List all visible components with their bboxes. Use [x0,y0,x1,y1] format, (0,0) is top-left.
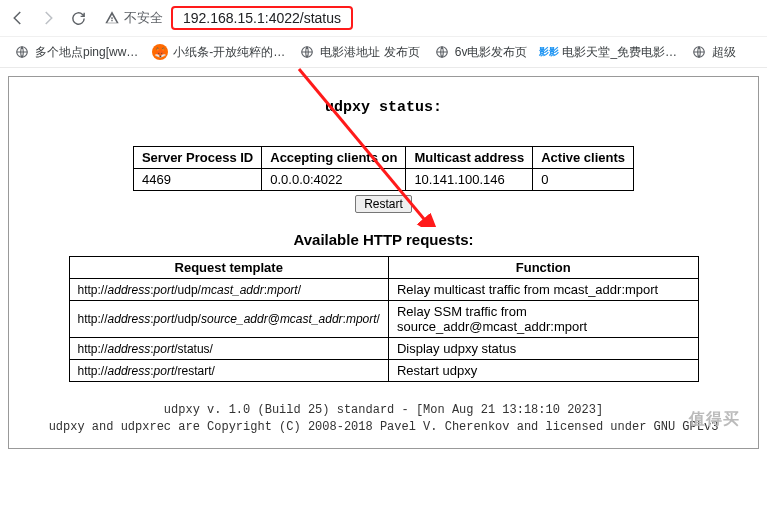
table-row: http://address:port/udp/source_addr@mcas… [69,301,698,338]
reload-button[interactable] [68,8,88,28]
cell-mcast: 10.141.100.146 [406,169,533,191]
bookmarks-bar: 多个地点ping[ww… 🦊小纸条-开放纯粹的… 电影港地址 发布页 6v电影发… [0,36,767,68]
bookmark-item[interactable]: 🦊小纸条-开放纯粹的… [152,44,285,61]
bookmark-label: 超级 [712,44,736,61]
globe-icon [299,44,315,60]
bookmark-item[interactable]: 多个地点ping[ww… [14,44,138,61]
globe-icon [14,44,30,60]
request-function: Relay SSM traffic from source_addr@mcast… [388,301,698,338]
insecure-indicator[interactable]: 不安全 [104,9,163,27]
bookmark-label: 电影港地址 发布页 [320,44,419,61]
http-requests-table: Request template Function http://address… [69,256,699,382]
cell-pid: 4469 [133,169,261,191]
http-requests-title: Available HTTP requests: [19,231,748,248]
bookmark-label: 小纸条-开放纯粹的… [173,44,285,61]
back-button[interactable] [8,8,28,28]
fox-icon: 🦊 [152,44,168,60]
footer: udpxy v. 1.0 (Build 25) standard - [Mon … [19,402,748,436]
col-header: Function [388,257,698,279]
bookmark-item[interactable]: 影影电影天堂_免费电影… [541,44,677,61]
table-row: 4469 0.0.0.0:4022 10.141.100.146 0 [133,169,633,191]
footer-copyright: udpxy and udpxrec are Copyright (C) 2008… [19,419,748,436]
status-table: Server Process ID Accepting clients on M… [133,146,634,191]
table-row: http://address:port/status/Display udpxy… [69,338,698,360]
insecure-label: 不安全 [124,9,163,27]
restart-wrap [19,195,748,213]
table-row: http://address:port/restart/Restart udpx… [69,360,698,382]
col-header: Active clients [533,147,634,169]
footer-version: udpxy v. 1.0 (Build 25) standard - [Mon … [19,402,748,419]
col-header: Multicast address [406,147,533,169]
request-function: Restart udpxy [388,360,698,382]
bookmark-label: 电影天堂_免费电影… [562,44,677,61]
bookmark-item[interactable]: 超级 [691,44,736,61]
bookmark-label: 多个地点ping[ww… [35,44,138,61]
globe-icon [434,44,450,60]
col-header: Accepting clients on [262,147,406,169]
forward-button[interactable] [38,8,58,28]
address-bar[interactable]: 不安全 192.168.15.1:4022/status [104,4,759,32]
browser-toolbar: 不安全 192.168.15.1:4022/status [0,0,767,36]
bookmark-item[interactable]: 电影港地址 发布页 [299,44,419,61]
request-template: http://address:port/status/ [69,338,388,360]
watermark: 值得买 [689,409,740,430]
status-title: udpxy status: [19,99,748,116]
restart-button[interactable] [355,195,412,213]
request-template: http://address:port/restart/ [69,360,388,382]
url-text: 192.168.15.1:4022/status [171,6,353,30]
request-template: http://address:port/udp/mcast_addr:mport… [69,279,388,301]
table-row: http://address:port/udp/mcast_addr:mport… [69,279,698,301]
col-header: Server Process ID [133,147,261,169]
cell-accepting: 0.0.0.0:4022 [262,169,406,191]
table-header-row: Request template Function [69,257,698,279]
cell-active: 0 [533,169,634,191]
tv-icon: 影影 [541,44,557,60]
globe-icon [691,44,707,60]
page-content: udpxy status: Server Process ID Acceptin… [8,76,759,449]
bookmark-item[interactable]: 6v电影发布页 [434,44,528,61]
request-function: Display udpxy status [388,338,698,360]
bookmark-label: 6v电影发布页 [455,44,528,61]
col-header: Request template [69,257,388,279]
request-function: Relay multicast traffic from mcast_addr:… [388,279,698,301]
request-template: http://address:port/udp/source_addr@mcas… [69,301,388,338]
table-header-row: Server Process ID Accepting clients on M… [133,147,633,169]
warning-icon [104,10,120,26]
